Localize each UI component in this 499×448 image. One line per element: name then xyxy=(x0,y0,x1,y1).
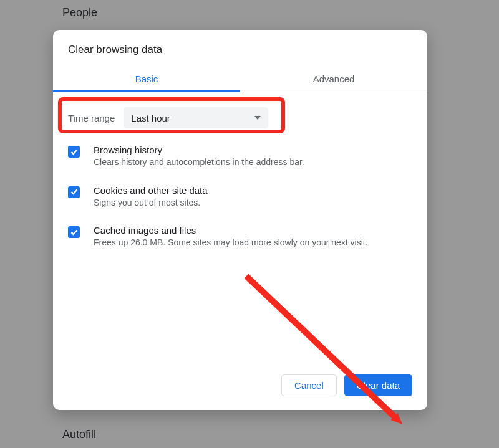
bg-people-label: People xyxy=(62,6,97,19)
option-cookies: Cookies and other site data Signs you ou… xyxy=(68,185,412,209)
dialog-title: Clear browsing data xyxy=(53,30,427,67)
dialog-footer: Cancel Clear data xyxy=(53,365,427,410)
option-title: Browsing history xyxy=(94,145,304,155)
time-range-value: Last hour xyxy=(131,113,170,123)
time-range-row: Time range Last hour xyxy=(68,107,412,128)
checkbox-cached[interactable] xyxy=(68,226,80,238)
option-title: Cached images and files xyxy=(94,225,368,236)
tab-basic[interactable]: Basic xyxy=(53,67,240,92)
option-desc: Clears history and autocompletions in th… xyxy=(94,156,304,169)
option-browsing-history: Browsing history Clears history and auto… xyxy=(68,145,412,169)
dialog-body: Time range Last hour Browsing history Cl… xyxy=(53,92,427,365)
checkbox-browsing-history[interactable] xyxy=(68,146,80,158)
checkbox-cookies[interactable] xyxy=(68,186,80,198)
option-cached: Cached images and files Frees up 26.0 MB… xyxy=(68,225,412,249)
tabs: Basic Advanced xyxy=(53,67,427,92)
chevron-down-icon xyxy=(254,116,261,120)
option-title: Cookies and other site data xyxy=(94,185,208,196)
cancel-button[interactable]: Cancel xyxy=(281,374,337,396)
option-desc: Signs you out of most sites. xyxy=(94,197,208,209)
time-range-select[interactable]: Last hour xyxy=(124,107,268,128)
tab-advanced[interactable]: Advanced xyxy=(240,67,427,92)
time-range-label: Time range xyxy=(68,113,115,123)
option-desc: Frees up 26.0 MB. Some sites may load mo… xyxy=(94,237,368,249)
clear-browsing-data-dialog: Clear browsing data Basic Advanced Time … xyxy=(53,30,427,410)
clear-data-button[interactable]: Clear data xyxy=(344,374,412,396)
bg-autofill-label: Autofill xyxy=(62,428,96,441)
